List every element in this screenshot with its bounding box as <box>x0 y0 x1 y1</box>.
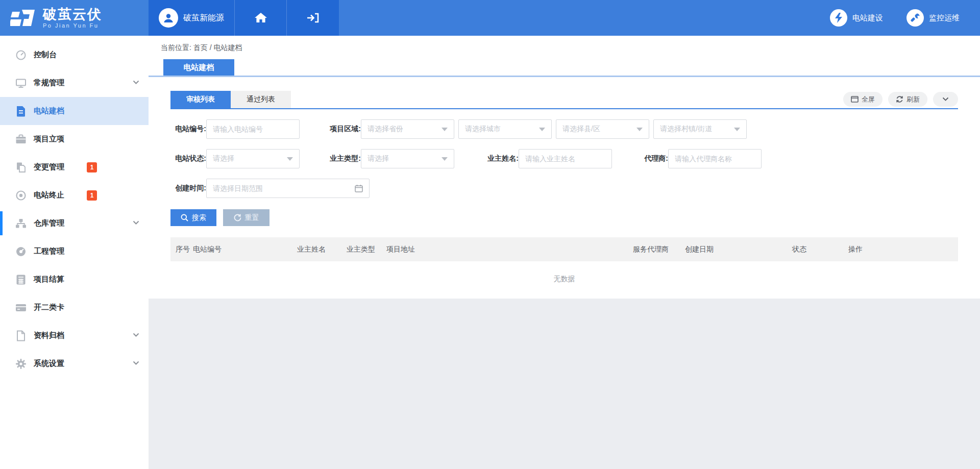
station-status-select[interactable]: 请选择 <box>206 149 300 168</box>
sidebar-label: 变更管理 <box>34 162 64 172</box>
page-tab-station-filing[interactable]: 电站建档 <box>163 59 234 76</box>
county-placeholder: 请选择县/区 <box>562 125 600 134</box>
refresh-button[interactable]: 刷新 <box>888 92 927 107</box>
sidebar-label: 系统设置 <box>34 359 64 368</box>
top-header: 破茧云伏 Po Jian Yun Fu 破茧新能源 <box>0 0 980 36</box>
city-placeholder: 请选择城市 <box>465 125 501 134</box>
sidebar-item-project-settlement[interactable]: 项目结算 <box>0 265 149 293</box>
search-button[interactable]: 搜索 <box>170 209 216 226</box>
search-icon <box>181 214 188 221</box>
panel-tabs: 审核列表 通过列表 <box>170 91 958 108</box>
monitor-icon <box>15 78 27 89</box>
owner-name-label: 业主姓名: <box>480 154 519 163</box>
station-termination-badge: 1 <box>87 190 97 201</box>
sidebar-item-dashboard[interactable]: 控制台 <box>0 41 149 69</box>
chevron-down-icon <box>133 80 139 85</box>
col-created-date: 创建日期 <box>685 245 792 254</box>
collapse-button[interactable] <box>933 92 958 107</box>
sidebar-label: 电站终止 <box>34 190 64 200</box>
breadcrumb-prefix: 当前位置: <box>161 43 191 52</box>
wrench-icon <box>906 9 924 27</box>
sidebar-label: 项目立项 <box>34 134 64 144</box>
user-profile[interactable]: 破茧新能源 <box>149 0 235 36</box>
refresh-label: 刷新 <box>906 95 920 104</box>
agent-input[interactable] <box>669 150 761 168</box>
sidebar-item-change-mgmt[interactable]: 变更管理 1 <box>0 153 149 181</box>
content-card: 当前位置: 首页 / 电站建档 电站建档 审核列表 通过列表 全屏 <box>149 36 980 299</box>
sidebar-item-engineering-mgmt[interactable]: 工程管理 <box>0 237 149 265</box>
brand-subtitle: Po Jian Yun Fu <box>43 22 102 29</box>
gauge-icon <box>15 246 27 257</box>
copy-icon <box>15 162 27 173</box>
date-range-input[interactable] <box>207 179 339 198</box>
reset-button[interactable]: 重置 <box>223 209 270 226</box>
sidebar-item-project-initiation[interactable]: 项目立项 <box>0 125 149 153</box>
brand-title: 破茧云伏 <box>43 7 102 21</box>
sidebar-item-station-filing[interactable]: 电站建档 <box>0 97 149 125</box>
city-select[interactable]: 请选择城市 <box>458 119 552 139</box>
filter-row-3: 创建时间: <box>170 179 958 198</box>
village-select[interactable]: 请选择村镇/街道 <box>653 119 747 139</box>
gear-icon <box>15 358 27 369</box>
brand-logo: 破茧云伏 Po Jian Yun Fu <box>0 0 149 36</box>
logout-button[interactable] <box>287 0 339 36</box>
refresh-icon <box>896 95 903 103</box>
sidebar-label: 电站建档 <box>34 106 64 116</box>
breadcrumb: 当前位置: 首页 / 电站建档 <box>149 36 980 53</box>
owner-name-input[interactable] <box>519 150 611 168</box>
tab-passed-list[interactable]: 通过列表 <box>231 91 291 108</box>
main-content: 当前位置: 首页 / 电站建档 电站建档 审核列表 通过列表 全屏 <box>149 36 980 469</box>
status-placeholder: 请选择 <box>213 154 234 163</box>
col-station-no: 电站编号 <box>193 245 297 254</box>
briefcase-icon <box>15 134 27 145</box>
station-status-label: 电站状态: <box>170 154 206 163</box>
fullscreen-label: 全屏 <box>862 95 875 104</box>
sidebar-item-data-archive[interactable]: 资料归档 <box>0 322 149 350</box>
station-no-input[interactable] <box>207 120 299 138</box>
province-placeholder: 请选择省份 <box>368 125 403 134</box>
sidebar-item-open-class2-card[interactable]: 开二类卡 <box>0 293 149 322</box>
owner-type-label: 业主类型: <box>325 154 361 163</box>
sidebar-label: 开二类卡 <box>34 303 64 312</box>
tab-review-list[interactable]: 审核列表 <box>170 91 231 108</box>
caret-down-icon <box>442 157 448 161</box>
chevron-down-icon <box>133 220 139 225</box>
home-button[interactable] <box>235 0 287 36</box>
filter-actions: 搜索 重置 <box>170 209 958 226</box>
caret-down-icon <box>539 128 545 131</box>
county-select[interactable]: 请选择县/区 <box>556 119 649 139</box>
change-mgmt-badge: 1 <box>87 162 97 172</box>
company-name: 破茧新能源 <box>183 13 224 23</box>
home-icon <box>254 12 267 24</box>
nav-station-build[interactable]: 电站建设 <box>830 9 883 27</box>
calendar-icon <box>355 184 363 192</box>
province-select[interactable]: 请选择省份 <box>361 119 454 139</box>
sidebar-label: 工程管理 <box>34 246 64 256</box>
panel-tabs-underline <box>170 108 958 109</box>
dashboard-icon <box>15 50 27 61</box>
col-owner-type: 业主类型 <box>347 245 386 254</box>
col-seq: 序号 <box>170 245 193 254</box>
sidebar-item-warehouse-mgmt[interactable]: 仓库管理 <box>0 209 149 237</box>
caret-down-icon <box>636 128 643 131</box>
document-icon <box>15 106 27 117</box>
sidebar-item-general-mgmt[interactable]: 常规管理 <box>0 69 149 97</box>
agent-field <box>668 149 762 168</box>
sidebar-label: 资料归档 <box>34 331 64 340</box>
breadcrumb-home[interactable]: 首页 <box>193 43 208 52</box>
sidebar-item-station-termination[interactable]: 电站终止 1 <box>0 181 149 209</box>
panel-tools: 全屏 刷新 <box>843 92 958 107</box>
owner-type-placeholder: 请选择 <box>368 154 389 163</box>
filter-row-1: 电站编号: 项目区域: 请选择省份 请选择城市 请选择县/区 <box>170 119 958 139</box>
nav-monitor-ops[interactable]: 监控运维 <box>906 9 960 27</box>
sidebar-label: 常规管理 <box>34 78 64 88</box>
empty-state-text: 无数据 <box>170 261 958 299</box>
owner-type-select[interactable]: 请选择 <box>361 149 454 168</box>
lightning-icon <box>830 9 847 27</box>
brand-logo-icon <box>10 7 37 29</box>
col-project-address: 项目地址 <box>386 245 633 254</box>
caret-down-icon <box>734 128 740 131</box>
sidebar-item-system-settings[interactable]: 系统设置 <box>0 350 149 378</box>
fullscreen-button[interactable]: 全屏 <box>843 92 883 107</box>
owner-name-field <box>519 149 612 168</box>
